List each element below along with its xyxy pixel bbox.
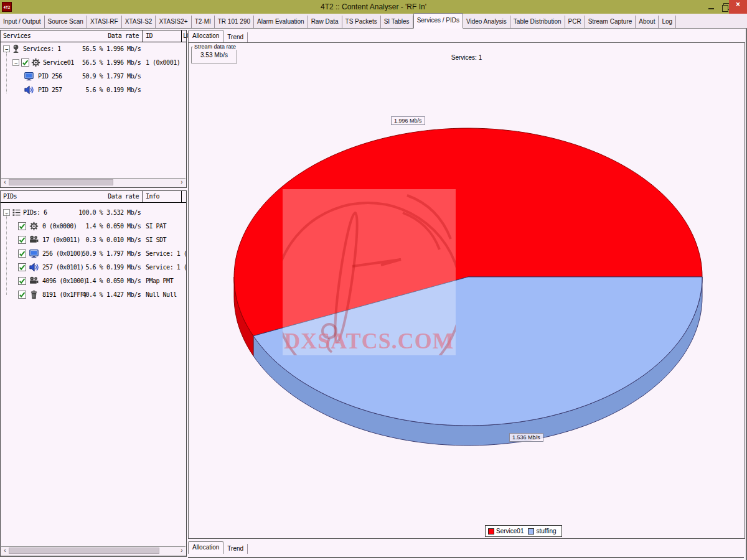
col-id[interactable]: ID: [146, 32, 153, 39]
row-data-rate-value: 1.996 Mb/s: [106, 45, 141, 52]
pie-chart: [189, 43, 745, 538]
scroll-right-icon[interactable]: ›: [178, 547, 186, 555]
tab-xtasis2[interactable]: XTASIS2+: [156, 16, 191, 28]
col-data-rate[interactable]: Data rate: [108, 32, 139, 39]
legend-swatch: [528, 528, 534, 534]
row-data-rate-value: 1.427 Mb/s: [106, 291, 141, 298]
tab-trend[interactable]: Trend: [223, 32, 248, 42]
tab-input-output[interactable]: Input / Output: [0, 16, 45, 28]
row-extra-info: PMap PMT: [146, 278, 186, 284]
row-extra-info: SI SDT: [146, 236, 186, 243]
tab-ts-packets[interactable]: TS Packets: [342, 16, 381, 28]
pid-tree-row[interactable]: −PIDs: 6100.0 %3.532 Mb/s: [1, 206, 186, 220]
tab-xtasi-rf[interactable]: XTASI-RF: [87, 16, 122, 28]
speaker-icon: [24, 85, 34, 95]
row-data-rate-percent: 40.4 %: [65, 291, 103, 298]
expand-collapse-icon[interactable]: −: [12, 59, 19, 66]
service-tree-row[interactable]: −Services: 156.5 %1.996 Mb/s: [1, 42, 186, 56]
scroll-thumb[interactable]: [9, 548, 159, 554]
checkbox-checked-icon[interactable]: [18, 291, 26, 299]
tree-connector: [6, 213, 7, 295]
legend-label: stuffing: [536, 528, 556, 534]
pids-tree: −PIDs: 6100.0 %3.532 Mb/s0 (0x0000)1.4 %…: [1, 203, 186, 546]
pid-tree-row[interactable]: 257 (0x0101)5.6 %0.199 Mb/sService: 1 (0…: [1, 261, 186, 274]
tab-table-distribution[interactable]: Table Distribution: [510, 16, 565, 28]
tab-si-tables[interactable]: SI Tables: [381, 16, 413, 28]
minimize-icon[interactable]: [705, 0, 718, 14]
row-data-rate-value: 0.010 Mb/s: [106, 236, 141, 243]
service-tree-row[interactable]: PID 25650.9 %1.797 Mb/s: [1, 70, 186, 83]
services-tree: −Services: 156.5 %1.996 Mb/s−Service0156…: [1, 42, 186, 178]
scroll-left-icon[interactable]: ‹: [1, 547, 9, 555]
tab-trend[interactable]: Trend: [223, 544, 248, 554]
col-pids[interactable]: PIDs: [3, 193, 17, 200]
tab-allocation[interactable]: Allocation: [188, 541, 223, 554]
pid-tree-row[interactable]: 256 (0x0100)50.9 %1.797 Mb/sService: 1 (…: [1, 247, 186, 261]
row-data-rate-percent: 100.0 %: [65, 209, 103, 216]
checkbox-checked-icon[interactable]: [18, 250, 26, 258]
tab-source-scan[interactable]: Source Scan: [45, 16, 87, 28]
allocation-chart-area: Stream data rate 3.53 Mb/s Services: 1: [188, 42, 745, 539]
tab-stream-capture[interactable]: Stream Capture: [585, 16, 636, 28]
gear-icon: [29, 222, 39, 231]
row-data-rate-value: 3.532 Mb/s: [106, 209, 141, 216]
checkbox-checked-icon[interactable]: [18, 236, 26, 244]
service-tree-row[interactable]: PID 2575.6 %0.199 Mb/s: [1, 83, 186, 97]
row-data-rate-percent: 56.5 %: [65, 45, 103, 52]
pid-tree-row[interactable]: 8191 (0x1FFF)40.4 %1.427 Mb/sNull Null: [1, 288, 186, 302]
checkbox-checked-icon[interactable]: [18, 222, 26, 230]
pid-tree-row[interactable]: 17 (0x0011)0.3 %0.010 Mb/sSI SDT: [1, 233, 186, 247]
row-extra-info: Service: 1 (0x00: [146, 250, 186, 257]
speaker-icon: [29, 263, 39, 272]
close-icon[interactable]: ×: [729, 0, 747, 14]
row-data-rate-value: 1.797 Mb/s: [106, 73, 141, 80]
projector-icon: [29, 276, 39, 286]
scroll-right-icon[interactable]: ›: [178, 179, 186, 187]
row-data-rate-value: 0.199 Mb/s: [106, 264, 141, 271]
checkbox-checked-icon[interactable]: [21, 58, 29, 67]
checkbox-checked-icon[interactable]: [18, 277, 26, 285]
col-data-rate[interactable]: Data rate: [108, 193, 139, 200]
row-label: PID 257: [38, 86, 62, 93]
tab-t2-mi[interactable]: T2-MI: [192, 16, 215, 28]
gear-icon: [31, 58, 40, 67]
tab-services-pids[interactable]: Services / PIDs: [413, 13, 463, 29]
tab-video-analysis[interactable]: Video Analysis: [463, 16, 510, 28]
row-data-rate-value: 0.199 Mb/s: [106, 86, 141, 93]
tab-pcr[interactable]: PCR: [565, 16, 585, 28]
pid-tree-row[interactable]: 0 (0x0000)1.4 %0.050 Mb/sSI PAT: [1, 220, 186, 233]
checkbox-checked-icon[interactable]: [18, 263, 26, 271]
row-data-rate-value: 1.797 Mb/s: [106, 250, 141, 257]
pid-tree-row[interactable]: 4096 (0x1000)1.4 %0.050 Mb/sPMap PMT: [1, 274, 186, 288]
row-extra-info: SI PAT: [146, 223, 186, 230]
chart-tabbar-bottom: AllocationTrend: [188, 542, 744, 554]
tab-tr-101-290[interactable]: TR 101 290: [215, 16, 254, 28]
window-title: 4T2 :: Content Analyser - 'RF In': [0, 0, 747, 14]
scroll-left-icon[interactable]: ‹: [1, 179, 9, 187]
monitor-icon: [24, 72, 34, 81]
services-root-icon: [11, 44, 21, 54]
tab-log[interactable]: Log: [659, 16, 676, 28]
col-info[interactable]: Info: [146, 193, 159, 200]
tab-about[interactable]: About: [636, 16, 659, 28]
pie-slice-label: 1.996 Mb/s: [391, 116, 425, 125]
tab-xtasi-s2[interactable]: XTASI-S2: [122, 16, 156, 28]
row-label: PIDs: 6: [23, 209, 47, 216]
services-hscrollbar[interactable]: ‹ ›: [1, 178, 186, 187]
pids-header: PIDs Data rate Info: [1, 191, 186, 203]
row-data-rate-percent: 50.9 %: [65, 73, 103, 80]
row-extra-info: 1 (0x0001): [146, 59, 186, 66]
row-data-rate-value: 0.050 Mb/s: [106, 223, 141, 230]
services-panel: Services Data rate ID LC −Services: 156.…: [0, 30, 187, 188]
tab-raw-data[interactable]: Raw Data: [308, 16, 342, 28]
service-tree-row[interactable]: −Service0156.5 %1.996 Mb/s1 (0x0001): [1, 56, 186, 70]
pie-slice-label: 1.536 Mb/s: [509, 433, 543, 442]
scroll-thumb[interactable]: [9, 179, 113, 185]
main-tabbar: Input / OutputSource ScanXTASI-RFXTASI-S…: [0, 14, 747, 29]
expand-collapse-icon[interactable]: −: [3, 45, 10, 52]
chart-tabbar-top: AllocationTrend: [188, 30, 746, 42]
pids-hscrollbar[interactable]: ‹ ›: [1, 546, 186, 555]
tab-alarm-evaluation[interactable]: Alarm Evaluation: [254, 16, 308, 28]
col-services[interactable]: Services: [3, 32, 31, 39]
tab-allocation[interactable]: Allocation: [188, 30, 223, 42]
